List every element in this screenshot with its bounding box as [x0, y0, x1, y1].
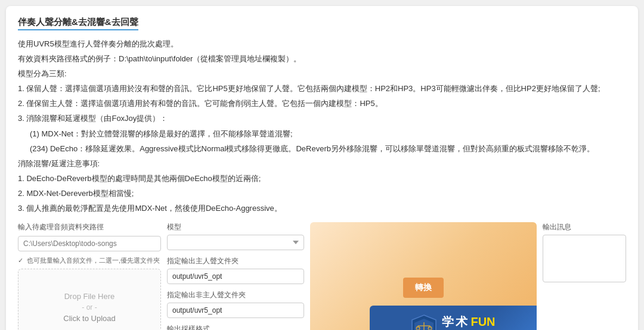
- main-card: 伴奏人聲分離&去混響&去回聲 使用UVR5模型進行人聲伴奏分離的批次處理。 有效…: [6, 6, 638, 330]
- watermark-shield-icon: [411, 314, 437, 330]
- left-panel: 輸入待處理音頻資料夾路徑 ✓ 也可批量輸入音頻文件，二選一,優先選文件夾 Dro…: [18, 222, 161, 330]
- non-vocal-folder-input[interactable]: [167, 303, 304, 318]
- desc-item1: 1. 保留人聲：選擇這個選項適用於沒有和聲的音訊。它比HP5更好地保留了人聲。它…: [18, 82, 626, 95]
- desc-note-title: 消除混響/延遲注意事項:: [18, 157, 626, 170]
- model-label: 模型: [167, 222, 304, 232]
- process-button[interactable]: 轉換: [403, 278, 444, 298]
- desc-item2: 2. 僅保留主人聲：選擇這個選項適用於有和聲的音訊。它可能會削弱主人聲。它包括一…: [18, 97, 626, 110]
- watermark-xueshufun: 学术: [442, 314, 469, 330]
- vocal-folder-label: 指定輸出主人聲文件夾: [167, 256, 304, 266]
- vocal-folder-group: 指定輸出主人聲文件夾: [167, 256, 304, 284]
- drop-text: Drop File Here: [64, 292, 115, 301]
- output-label: 輸出訊息: [543, 222, 626, 232]
- content-area: 輸入待處理音頻資料夾路徑 ✓ 也可批量輸入音頻文件，二選一,優先選文件夾 Dro…: [18, 222, 626, 330]
- folder-path-input[interactable]: [18, 236, 161, 251]
- format-label: 輸出採樣格式: [167, 324, 304, 330]
- desc-note2: 2. MDX-Net-Dereverb模型相當慢;: [18, 187, 626, 200]
- desc-intro1: 使用UVR5模型進行人聲伴奏分離的批次處理。: [18, 38, 626, 51]
- watermark-fun: FUN: [470, 315, 495, 329]
- upload-text: Click to Upload: [63, 314, 115, 323]
- description-section: 使用UVR5模型進行人聲伴奏分離的批次處理。 有效資料夾路徑格式的例子：D:\p…: [18, 38, 626, 215]
- vocal-folder-input[interactable]: [167, 269, 304, 284]
- preview-panel: 轉換: [310, 222, 537, 330]
- desc-intro2: 有效資料夾路徑格式的例子：D:\path\to\input\folder（從檔案…: [18, 52, 626, 66]
- desc-item3: 3. 消除混響和延遲模型（由FoxJoy提供）：: [18, 112, 626, 125]
- right-panel: 輸出訊息: [543, 222, 626, 330]
- desc-item3b: (234) DeEcho：移除延遲效果。Aggressive模式比Normal模…: [18, 142, 626, 155]
- output-box: [543, 235, 626, 282]
- watermark-overlay: 学术 FUN www.xueshu.fun 社区: [370, 306, 537, 330]
- model-select[interactable]: [167, 235, 304, 250]
- format-section: 輸出採樣格式 wav flac mp3: [167, 324, 304, 330]
- desc-intro3: 模型分為三類:: [18, 67, 626, 80]
- file-hint: ✓ 也可批量輸入音頻文件，二選一,優先選文件夾: [18, 256, 161, 265]
- or-text: - or -: [82, 303, 97, 312]
- desc-note1: 1. DeEcho-DeReverb模型的處理時間是其他兩個DeEcho模型的近…: [18, 172, 626, 185]
- page-title: 伴奏人聲分離&去混響&去回聲: [18, 17, 138, 30]
- folder-input-label: 輸入待處理音頻資料夾路徑: [18, 222, 161, 232]
- non-vocal-folder-label: 指定輸出非主人聲文件夾: [167, 290, 304, 300]
- model-field-group: 模型: [167, 222, 304, 250]
- middle-panel: 模型 指定輸出主人聲文件夾 指定輸出非主人聲文件夾 輸出採樣格式 wav: [167, 222, 304, 330]
- desc-item3a: (1) MDX-Net：對於立體聲混響的移除是最好的選擇，但不能移除單聲道混響;: [18, 127, 626, 141]
- non-vocal-folder-group: 指定輸出非主人聲文件夾: [167, 290, 304, 318]
- drop-zone[interactable]: Drop File Here - or - Click to Upload: [18, 269, 161, 330]
- desc-note3: 3. 個人推薦的最乾淨配置是先使用MDX-Net，然後使用DeEcho-Aggr…: [18, 202, 626, 215]
- check-icon: ✓: [18, 257, 23, 264]
